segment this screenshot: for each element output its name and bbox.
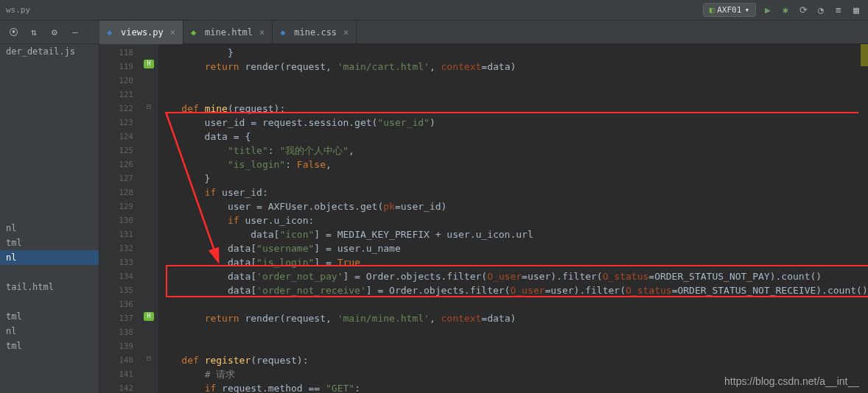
close-icon[interactable]: × (343, 27, 349, 38)
run-icon[interactable]: ▶ (762, 4, 774, 16)
code-line[interactable]: data["icon"] = MEDIA_KEY_PREFIX + user.u… (158, 227, 868, 241)
code-line[interactable] (158, 325, 868, 339)
line-number: 136 (99, 297, 144, 311)
run-config-selector[interactable]: ◧ AXF01 ▾ (703, 3, 756, 17)
line-number: 130 (99, 213, 144, 227)
line-number: 129 (99, 199, 144, 213)
config-icon: ◧ (710, 5, 715, 15)
search-icon[interactable]: ▦ (850, 4, 862, 16)
sidebar-file-item[interactable]: tml (0, 339, 99, 353)
line-number: 141 (99, 367, 144, 381)
sidebar-file-item[interactable] (0, 74, 99, 88)
code-line[interactable]: def register(request): (158, 353, 868, 367)
project-sidebar[interactable]: der_detail.js nltmlnl tail.html tmlnltml (0, 44, 99, 393)
line-number: 131 (99, 227, 144, 241)
sidebar-file-item[interactable] (0, 162, 99, 177)
editor-area[interactable]: 1181191201211221231241251261271281291301… (99, 44, 868, 393)
html-marker-icon: H (144, 312, 154, 321)
code-line[interactable] (158, 74, 868, 88)
code-content[interactable]: } return render(request, 'main/cart.html… (158, 44, 868, 393)
title-bar: ws.py ◧ AXF01 ▾ ▶ ✱ ⟳ ◔ ≡ ▦ (0, 0, 868, 21)
sidebar-file-item[interactable] (0, 191, 99, 206)
code-line[interactable]: data['order_not_pay'] = Order.objects.fi… (158, 269, 868, 283)
sidebar-file-item[interactable] (0, 132, 99, 147)
coverage-icon[interactable]: ⟳ (797, 4, 809, 16)
sidebar-file-item[interactable] (0, 147, 99, 162)
code-line[interactable]: data = { (158, 130, 868, 144)
sidebar-file-item[interactable]: nl (0, 250, 99, 265)
fold-icon[interactable]: ⊟ (144, 353, 154, 363)
sidebar-file-item[interactable] (0, 265, 99, 280)
line-number: 122 (99, 102, 144, 116)
code-line[interactable]: } (158, 171, 868, 185)
tab-label: mine.css (294, 27, 337, 38)
code-line[interactable]: data["is_login"] = True (158, 255, 868, 269)
fold-gutter: H H ⊟ ⊟ (144, 44, 158, 393)
close-icon[interactable]: × (170, 27, 175, 38)
line-number: 128 (99, 185, 144, 199)
line-number: 120 (99, 74, 144, 88)
close-icon[interactable]: × (259, 27, 265, 38)
toolbar-right: ◧ AXF01 ▾ ▶ ✱ ⟳ ◔ ≡ ▦ (703, 3, 862, 17)
file-type-icon: ◆ (107, 27, 117, 38)
code-line[interactable]: user_id = request.session.get("user_id") (158, 116, 868, 130)
code-line[interactable] (158, 88, 868, 102)
sidebar-file-item[interactable] (0, 103, 99, 118)
code-line[interactable]: if user.u_icon: (158, 213, 868, 227)
sidebar-file-item[interactable] (0, 88, 99, 103)
sort-icon[interactable]: ⇅ (28, 26, 40, 38)
sidebar-file-item[interactable]: tml (0, 236, 99, 250)
code-line[interactable] (158, 339, 868, 353)
gear-icon[interactable]: ⚙ (49, 26, 60, 38)
tabs-row: ⦿ ⇅ ⚙ — ◆views.py×◆mine.html×◆mine.css× (0, 21, 868, 44)
editor-tabs: ◆views.py×◆mine.html×◆mine.css× (99, 21, 357, 44)
line-number: 124 (99, 130, 144, 144)
sidebar-file-item[interactable] (0, 59, 99, 74)
code-line[interactable]: } (158, 46, 868, 60)
breadcrumb-path: ws.py (6, 5, 30, 15)
stack-icon[interactable]: ≡ (833, 4, 844, 16)
sidebar-file-item[interactable]: tml (0, 309, 99, 324)
code-line[interactable]: return render(request, 'main/mine.html',… (158, 311, 868, 325)
sidebar-file-item[interactable]: tail.html (0, 280, 99, 294)
sidebar-file-item[interactable] (0, 177, 99, 191)
chevron-down-icon: ▾ (744, 5, 749, 15)
editor-tab[interactable]: ◆mine.css× (273, 21, 357, 44)
left-tool-icons: ⦿ ⇅ ⚙ — (0, 26, 99, 38)
profile-icon[interactable]: ◔ (815, 4, 827, 16)
html-marker-icon: H (144, 60, 154, 68)
file-type-icon: ◆ (280, 27, 290, 38)
code-line[interactable]: def mine(request): (158, 102, 868, 116)
code-line[interactable]: if user_id: (158, 185, 868, 199)
sidebar-file-item[interactable] (0, 206, 99, 221)
fold-icon[interactable]: ⊟ (144, 102, 154, 111)
line-number: 123 (99, 116, 144, 130)
sidebar-file-item[interactable]: nl (0, 221, 99, 236)
code-line[interactable]: data['order_not_receive'] = Order.object… (158, 283, 868, 297)
watermark-text: https://blog.csdn.net/a__int__ (724, 375, 859, 387)
editor-tab[interactable]: ◆views.py× (99, 21, 183, 44)
code-line[interactable] (158, 297, 868, 311)
line-number-gutter: 1181191201211221231241251261271281291301… (99, 44, 144, 393)
line-number: 140 (99, 353, 144, 367)
collapse-icon[interactable]: — (69, 26, 81, 38)
code-line[interactable]: return render(request, 'main/cart.html',… (158, 60, 868, 74)
sidebar-file-item[interactable] (0, 294, 99, 309)
line-number: 138 (99, 325, 144, 339)
sidebar-file-item[interactable]: der_detail.js (0, 44, 99, 59)
line-number: 126 (99, 157, 144, 171)
minimap-marker (861, 44, 868, 66)
code-line[interactable]: "title": "我的个人中心", (158, 144, 868, 157)
line-number: 135 (99, 283, 144, 297)
line-number: 142 (99, 381, 144, 393)
code-line[interactable]: data["username"] = user.u_name (158, 241, 868, 255)
sidebar-file-item[interactable]: nl (0, 324, 99, 339)
line-number: 133 (99, 255, 144, 269)
sidebar-file-item[interactable] (0, 118, 99, 132)
code-line[interactable]: user = AXFUser.objects.get(pk=user_id) (158, 199, 868, 213)
editor-tab[interactable]: ◆mine.html× (183, 21, 273, 44)
target-icon[interactable]: ⦿ (7, 26, 19, 38)
debug-icon[interactable]: ✱ (780, 4, 791, 16)
line-number: 134 (99, 269, 144, 283)
code-line[interactable]: "is_login": False, (158, 157, 868, 171)
